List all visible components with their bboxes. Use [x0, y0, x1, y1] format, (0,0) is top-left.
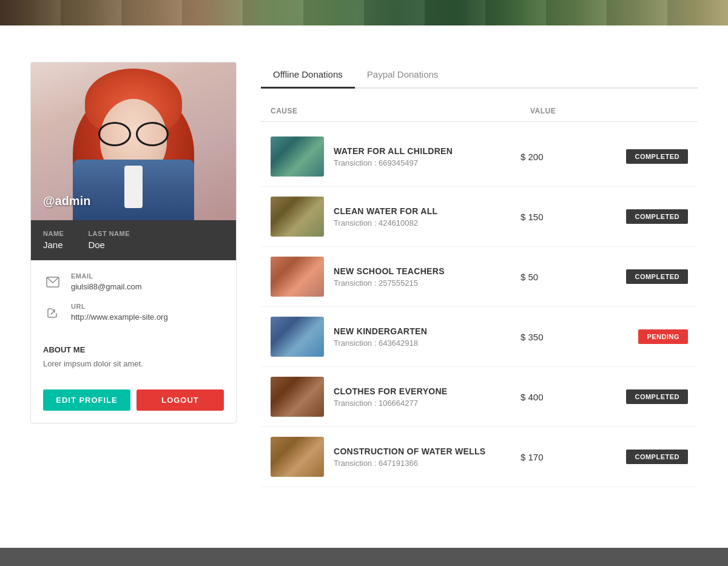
col-cause-header: CAUSE: [271, 107, 530, 115]
donation-status: COMPLETED: [603, 209, 688, 224]
donation-transaction: Transiction : 647191366: [334, 459, 511, 468]
donation-title: WATER FOR ALL CHILDREN: [334, 146, 511, 156]
status-badge: COMPLETED: [626, 269, 688, 284]
url-content: URL http://www.example-site.org: [71, 303, 168, 322]
donation-status: COMPLETED: [603, 149, 688, 164]
donation-value: $ 150: [521, 212, 593, 222]
donation-value: $ 170: [521, 452, 593, 462]
donation-title: CONSTRUCTION OF WATER WELLS: [334, 446, 511, 456]
donation-transaction: Transiction : 257555215: [334, 278, 511, 288]
donation-title: CLOTHES FOR EVERYONE: [334, 386, 511, 396]
donation-transaction: Transiction : 669345497: [334, 158, 511, 167]
table-row: NEW SCHOOL TEACHERS Transiction : 257555…: [261, 247, 698, 307]
url-icon: [43, 303, 62, 322]
url-row: URL http://www.example-site.org: [43, 303, 224, 322]
first-name-field: NAME Jane: [43, 230, 64, 251]
donation-thumb: [271, 377, 324, 417]
donation-transaction: Transiction : 106664277: [334, 399, 511, 408]
donations-table: CAUSE VALUE WATER FOR ALL CHILDREN Trans…: [261, 107, 698, 487]
profile-photo-area: @admin: [31, 62, 236, 220]
col-status-header: [603, 107, 688, 115]
donation-info: CONSTRUCTION OF WATER WELLS Transiction …: [334, 446, 511, 468]
donation-info: CLEAN WATER FOR ALL Transiction : 424610…: [334, 206, 511, 227]
last-name-label: LAST NAME: [88, 230, 130, 237]
table-row: CONSTRUCTION OF WATER WELLS Transiction …: [261, 427, 698, 487]
donation-title: NEW KINDERGARTEN: [334, 326, 511, 336]
donation-thumb: [271, 257, 324, 297]
table-header: CAUSE VALUE: [261, 107, 698, 122]
email-row: EMAIL giulsi88@gmail.com: [43, 272, 224, 292]
email-icon: [43, 272, 62, 292]
profile-details: EMAIL giulsi88@gmail.com URL http://www.…: [31, 260, 236, 345]
jacket: [73, 160, 194, 220]
donation-status: COMPLETED: [603, 389, 688, 404]
email-value: giulsi88@gmail.com: [71, 282, 142, 291]
donation-info: NEW SCHOOL TEACHERS Transiction : 257555…: [334, 266, 511, 288]
donation-transaction: Transiction : 424610082: [334, 218, 511, 227]
donation-title: CLEAN WATER FOR ALL: [334, 206, 511, 216]
about-section: ABOUT ME Lorer impsum dolor sit amet.: [31, 345, 236, 380]
profile-panel: @admin NAME Jane LAST NAME Doe: [30, 62, 237, 423]
glasses: [97, 122, 170, 144]
status-badge: COMPLETED: [626, 450, 688, 464]
tab-paypal[interactable]: Paypal Donations: [355, 62, 451, 89]
donation-info: NEW KINDERGARTEN Transiction : 643642918: [334, 326, 511, 348]
name-label: NAME: [43, 230, 64, 237]
donation-info: WATER FOR ALL CHILDREN Transiction : 669…: [334, 146, 511, 167]
url-label: URL: [71, 303, 168, 310]
donation-value: $ 200: [521, 152, 593, 162]
donation-value: $ 350: [521, 332, 593, 342]
last-name-value: Doe: [88, 240, 105, 250]
table-row: NEW KINDERGARTEN Transiction : 643642918…: [261, 307, 698, 367]
donation-status: PENDING: [603, 329, 688, 344]
status-badge: COMPLETED: [626, 389, 688, 404]
status-badge: COMPLETED: [626, 149, 688, 164]
donation-title: NEW SCHOOL TEACHERS: [334, 266, 511, 276]
table-row: WATER FOR ALL CHILDREN Transiction : 669…: [261, 127, 698, 187]
donation-thumb: [271, 317, 324, 357]
table-row: CLOTHES FOR EVERYONE Transiction : 10666…: [261, 367, 698, 427]
hero-banner: [0, 0, 728, 25]
donations-panel: Offline Donations Paypal Donations CAUSE…: [261, 62, 698, 487]
donation-info: CLOTHES FOR EVERYONE Transiction : 10666…: [334, 386, 511, 408]
footer: [0, 548, 728, 566]
profile-info-dark: NAME Jane LAST NAME Doe: [31, 220, 236, 260]
tab-offline[interactable]: Offline Donations: [261, 62, 355, 89]
col-value-header: VALUE: [530, 107, 603, 115]
donation-thumb: [271, 136, 324, 177]
edit-profile-button[interactable]: EDIT PROFILE: [43, 389, 130, 411]
url-value: http://www.example-site.org: [71, 312, 168, 322]
donation-value: $ 50: [521, 272, 593, 282]
donation-thumb: [271, 437, 324, 477]
last-name-field: LAST NAME Doe: [88, 230, 130, 251]
email-content: EMAIL giulsi88@gmail.com: [71, 272, 142, 292]
status-badge: PENDING: [638, 329, 688, 344]
username-label: @admin: [43, 194, 90, 208]
about-label: ABOUT ME: [43, 345, 224, 354]
tabs: Offline Donations Paypal Donations: [261, 62, 698, 89]
donation-transaction: Transiction : 643642918: [334, 339, 511, 348]
table-row: CLEAN WATER FOR ALL Transiction : 424610…: [261, 187, 698, 247]
about-text: Lorer impsum dolor sit amet.: [43, 358, 224, 370]
donation-status: COMPLETED: [603, 269, 688, 284]
donation-value: $ 400: [521, 392, 593, 402]
first-name-value: Jane: [43, 240, 63, 250]
logout-button[interactable]: LOGOUT: [136, 389, 224, 411]
profile-buttons: EDIT PROFILE LOGOUT: [31, 380, 236, 423]
donation-thumb: [271, 197, 324, 237]
status-badge: COMPLETED: [626, 209, 688, 224]
donation-status: COMPLETED: [603, 450, 688, 464]
email-label: EMAIL: [71, 272, 142, 280]
